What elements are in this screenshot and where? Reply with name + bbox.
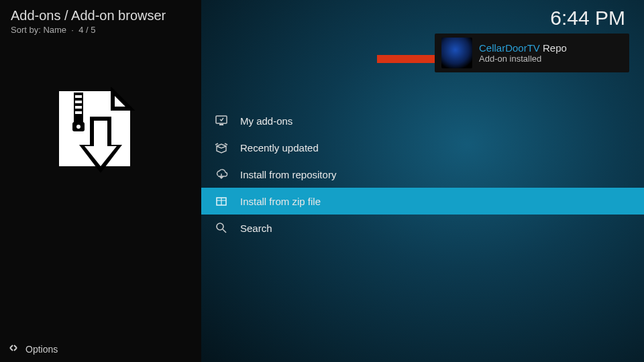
options-label: Options xyxy=(25,344,58,355)
options-icon xyxy=(8,343,19,355)
notification-toast: CellarDoorTV Repo Add-on installed xyxy=(435,34,629,72)
sort-label: Sort by: Name xyxy=(11,25,66,35)
list-position: 4 / 5 xyxy=(78,25,95,35)
options-button[interactable]: Options xyxy=(8,343,58,355)
menu-label: Install from zip file xyxy=(240,196,321,207)
svg-rect-10 xyxy=(219,124,223,125)
menu-item-install-from-zip[interactable]: Install from zip file xyxy=(201,188,644,215)
monitor-icon xyxy=(215,114,228,127)
svg-point-6 xyxy=(76,125,80,129)
svg-rect-3 xyxy=(75,106,82,109)
menu-label: My add-ons xyxy=(240,115,292,127)
menu-item-recently-updated[interactable]: Recently updated xyxy=(201,134,644,161)
globe-icon xyxy=(441,38,472,68)
addon-menu: My add-ons Recently updated Install from… xyxy=(201,107,644,241)
menu-item-install-from-repository[interactable]: Install from repository xyxy=(201,161,644,188)
search-icon xyxy=(215,221,228,235)
menu-label: Install from repository xyxy=(240,169,336,180)
zip-download-icon xyxy=(47,87,141,181)
svg-rect-1 xyxy=(75,95,82,98)
notification-title: CellarDoorTV Repo xyxy=(479,42,567,54)
notification-subtitle: Add-on installed xyxy=(479,54,567,64)
menu-item-search[interactable]: Search xyxy=(201,215,644,241)
svg-point-12 xyxy=(217,223,223,230)
menu-label: Search xyxy=(240,223,272,234)
main-panel: 6:44 PM CellarDoorTV Repo Add-on install… xyxy=(201,0,644,362)
package-icon xyxy=(215,194,228,208)
menu-item-my-addons[interactable]: My add-ons xyxy=(201,107,644,134)
svg-line-13 xyxy=(223,229,226,233)
svg-rect-4 xyxy=(75,111,82,114)
sidebar: Add-ons / Add-on browser Sort by: Name ·… xyxy=(0,0,201,362)
open-box-icon xyxy=(215,141,228,154)
svg-rect-9 xyxy=(216,116,227,123)
svg-rect-2 xyxy=(75,101,82,103)
sort-line: Sort by: Name · 4 / 5 xyxy=(11,25,191,35)
breadcrumb: Add-ons / Add-on browser xyxy=(11,8,191,23)
menu-label: Recently updated xyxy=(240,142,319,154)
clock: 6:44 PM xyxy=(550,7,625,29)
cloud-download-icon xyxy=(215,168,228,181)
